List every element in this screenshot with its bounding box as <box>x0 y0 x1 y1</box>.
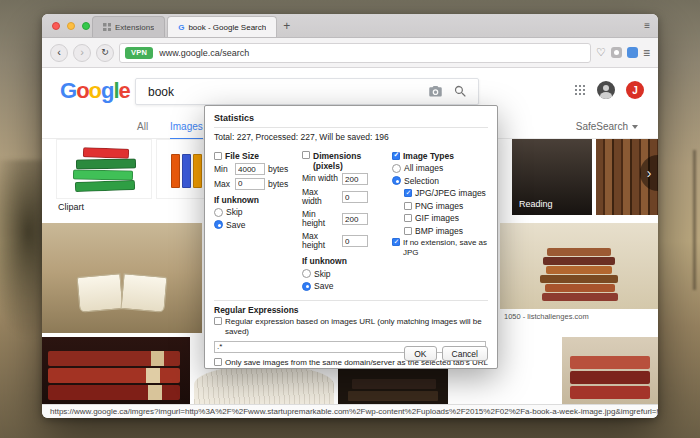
apps-grid-icon[interactable] <box>574 84 586 96</box>
tab-label: book - Google Search <box>188 23 266 32</box>
category-label-reading: Reading <box>519 199 553 209</box>
camera-icon[interactable] <box>428 84 443 99</box>
gif-checkbox[interactable] <box>404 214 412 222</box>
regex-checkbox[interactable] <box>214 317 222 325</box>
image-thumbnail-stacked-red-books[interactable] <box>562 337 658 404</box>
dialog-title: Statistics <box>214 113 488 128</box>
category-label-clipart[interactable]: Clipart <box>58 202 84 212</box>
traffic-lights <box>52 22 90 30</box>
tab-label: Extensions <box>115 23 154 32</box>
secondary-avatar[interactable] <box>597 81 615 99</box>
image-thumbnail-clipart-1[interactable] <box>56 139 152 199</box>
new-tab-button[interactable]: + <box>277 16 296 36</box>
browser-toolbar: VPN www.google.ca/search <box>42 38 658 68</box>
dimensions-checkbox[interactable] <box>302 151 310 159</box>
image-types-section: Image Types All images Selection JP <box>392 148 488 294</box>
search-icon[interactable] <box>453 84 468 99</box>
same-domain-checkbox[interactable] <box>214 358 222 366</box>
page-content: Google J All Images SafeSearch <box>42 69 658 404</box>
jpg-checkbox[interactable] <box>404 189 412 197</box>
tab-menu-icon[interactable] <box>644 20 650 31</box>
image-thumbnail-open-book-fan[interactable] <box>194 365 334 404</box>
dimensions-skip-radio[interactable] <box>302 269 311 278</box>
file-size-max-input[interactable] <box>235 178 265 190</box>
forward-button[interactable] <box>73 44 91 62</box>
file-size-save-radio[interactable] <box>214 220 223 229</box>
dimensions-save-radio[interactable] <box>302 282 311 291</box>
file-size-skip-radio[interactable] <box>214 208 223 217</box>
search-box[interactable] <box>135 78 479 105</box>
google-logo[interactable]: Google <box>60 80 130 102</box>
png-checkbox[interactable] <box>404 202 412 210</box>
max-height-input[interactable] <box>342 235 368 247</box>
dimensions-label: Dimensions (pixels) <box>313 151 388 171</box>
max-width-input[interactable] <box>342 191 368 203</box>
file-size-checkbox[interactable] <box>214 152 222 160</box>
header-actions: J <box>574 81 644 99</box>
selection-radio[interactable] <box>392 176 401 185</box>
image-types-checkbox[interactable] <box>392 152 400 160</box>
snapshot-icon[interactable] <box>611 47 622 58</box>
tab-extensions[interactable]: Extensions <box>92 16 165 37</box>
min-width-input[interactable] <box>342 173 368 185</box>
zoom-window-button[interactable] <box>82 22 90 30</box>
close-window-button[interactable] <box>52 22 60 30</box>
image-caption[interactable]: 1050 - listchallenges.com <box>504 312 589 321</box>
file-size-label: File Size <box>225 151 259 161</box>
ok-button[interactable]: OK <box>404 346 436 361</box>
dialog-summary: Total: 227, Processed: 227, Will be save… <box>214 132 488 142</box>
file-size-if-unknown-label: If unknown <box>214 195 298 205</box>
divider <box>214 300 488 301</box>
dimensions-if-unknown-label: If unknown <box>302 256 388 266</box>
address-bar[interactable]: VPN www.google.ca/search <box>119 43 591 63</box>
status-bar: https://www.google.ca/imgres?imgurl=http… <box>42 404 658 418</box>
desktop: Extensions G book - Google Search + VPN … <box>0 0 700 438</box>
image-types-label: Image Types <box>403 151 454 161</box>
back-button[interactable] <box>50 44 68 62</box>
google-favicon: G <box>178 23 184 32</box>
dialog-buttons: OK Cancel <box>404 346 488 361</box>
tab-bar: Extensions G book - Google Search + <box>42 14 658 38</box>
all-images-radio[interactable] <box>392 164 401 173</box>
no-extension-checkbox[interactable] <box>392 238 400 246</box>
image-thumbnail-dark-books[interactable] <box>338 369 448 404</box>
file-size-section: File Size Min bytes Max bytes If unkn <box>214 148 298 294</box>
chevron-down-icon <box>632 125 638 129</box>
search-input[interactable] <box>146 84 418 100</box>
dimensions-section: Dimensions (pixels) Min width Max width … <box>302 148 388 294</box>
reload-button[interactable] <box>96 44 114 62</box>
nav-tab-images[interactable]: Images <box>170 121 203 140</box>
browser-window: Extensions G book - Google Search + VPN … <box>42 14 658 418</box>
nav-tab-all[interactable]: All <box>137 121 148 132</box>
extensions-icon <box>103 23 111 31</box>
avatar[interactable]: J <box>626 81 644 99</box>
messenger-icon[interactable] <box>627 47 638 58</box>
safesearch-dropdown[interactable]: SafeSearch <box>576 121 638 132</box>
statistics-dialog: Statistics Total: 227, Processed: 227, W… <box>204 105 498 369</box>
cancel-button[interactable]: Cancel <box>442 346 488 361</box>
regex-section-label: Regular Expressions <box>214 305 488 315</box>
menu-icon[interactable] <box>643 47 650 59</box>
tab-google-search[interactable]: G book - Google Search <box>167 16 277 37</box>
heart-icon[interactable] <box>596 47 606 58</box>
file-size-min-input[interactable] <box>235 163 265 175</box>
image-thumbnail-open-book-field[interactable] <box>42 223 202 333</box>
image-thumbnail-book-stack[interactable] <box>500 223 658 309</box>
status-url: https://www.google.ca/imgres?imgurl=http… <box>50 407 658 416</box>
bmp-checkbox[interactable] <box>404 227 412 235</box>
vpn-badge[interactable]: VPN <box>125 47 153 59</box>
min-height-input[interactable] <box>342 213 368 225</box>
category-reading[interactable]: Reading <box>512 139 592 215</box>
image-thumbnail-red-books[interactable] <box>42 337 190 404</box>
minimize-window-button[interactable] <box>67 22 75 30</box>
url-text: www.google.ca/search <box>159 48 249 58</box>
